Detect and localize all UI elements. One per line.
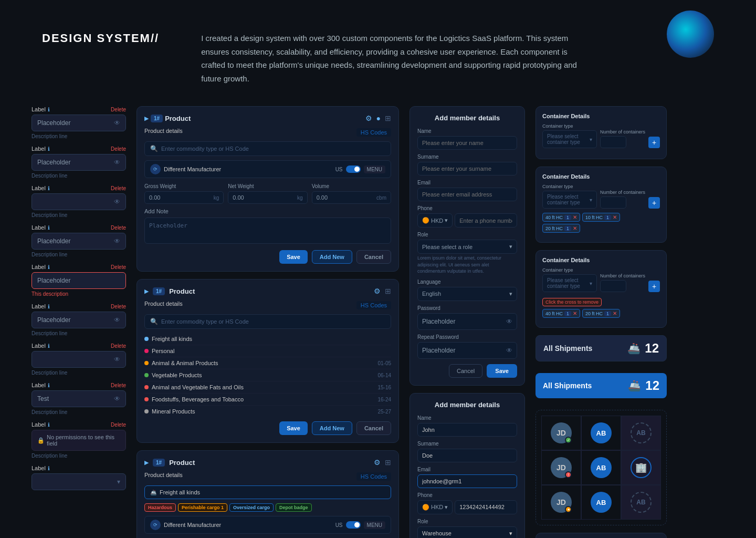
cnum-input-3[interactable] xyxy=(600,280,626,292)
plus-btn-1[interactable]: + xyxy=(648,137,660,148)
gross-weight-input-1[interactable]: 0.00 kg xyxy=(144,191,224,204)
phone-flag-2[interactable]: 🟠 HKD ▾ xyxy=(417,500,453,514)
eye-icon-2[interactable]: 👁 xyxy=(114,159,120,166)
ctype-select-1[interactable]: Please select container type ▾ xyxy=(542,130,597,148)
email-input-2[interactable] xyxy=(417,474,517,488)
eye-icon-7[interactable]: 👁 xyxy=(114,356,120,363)
delete-btn-8[interactable]: Delete xyxy=(111,382,126,388)
commodity-item-4[interactable]: Animal and Vegetable Fats and Oils 15-16 xyxy=(144,381,391,394)
commodity-item-1[interactable]: Personal xyxy=(144,345,391,357)
toggle-switch-1[interactable] xyxy=(346,165,361,173)
delete-btn-2[interactable]: Delete xyxy=(111,146,126,152)
input-field-4[interactable]: Placeholder 👁 xyxy=(32,233,126,250)
eye-icon-1[interactable]: 👁 xyxy=(114,119,120,127)
cnum-input-2[interactable] xyxy=(600,196,626,209)
eye-icon-4[interactable]: 👁 xyxy=(114,237,120,245)
eye-icon-3[interactable]: 👁 xyxy=(114,198,120,205)
expand-icon-1[interactable]: ▶ xyxy=(144,115,149,122)
phone-input-2[interactable] xyxy=(455,500,517,514)
plus-btn-3[interactable]: + xyxy=(648,281,660,292)
ctag-close-1[interactable]: ✕ xyxy=(613,214,617,220)
hs-codes-link-1[interactable]: HS Codes xyxy=(356,128,391,137)
settings-icon-3[interactable]: ⚙ xyxy=(374,458,381,467)
surname-input-1[interactable] xyxy=(417,162,517,175)
role-select-2[interactable]: Warehouse ▾ xyxy=(417,526,517,538)
input-field-1[interactable]: Placeholder 👁 xyxy=(32,115,126,131)
commodity-item-5[interactable]: Foodstuffs, Beverages and Tobacco 16-24 xyxy=(144,394,391,406)
input-field-8[interactable]: Test 👁 xyxy=(32,390,126,407)
phone-flag-1[interactable]: 🟠 HKD ▾ xyxy=(417,213,453,227)
email-input-1[interactable] xyxy=(417,188,517,201)
form-name-1: Name xyxy=(417,128,517,150)
name-input-2[interactable] xyxy=(417,423,517,437)
settings-icon-2[interactable]: ⚙ xyxy=(374,287,381,295)
input-field-6[interactable]: Placeholder 👁 xyxy=(32,312,126,328)
expand-icon-2[interactable]: ▶ xyxy=(144,288,149,295)
shipment-card-1[interactable]: All Shipments 🚢 12 xyxy=(536,335,667,361)
grid-icon-3[interactable]: ⊞ xyxy=(385,458,391,467)
menu-btn-1[interactable]: MENU xyxy=(364,165,385,173)
menu-btn-3[interactable]: MENU xyxy=(364,521,385,529)
input-field-2[interactable]: Placeholder 👁 xyxy=(32,154,126,171)
input-field-7[interactable]: 👁 xyxy=(32,351,126,368)
click-cross-btn[interactable]: Click the cross to remove xyxy=(542,298,602,306)
add-new-btn-1[interactable]: Add New xyxy=(312,250,352,264)
grid-icon-2[interactable]: ⊞ xyxy=(385,287,391,295)
commodity-item-3[interactable]: Vegetable Products 06-14 xyxy=(144,369,391,381)
eye-icon-6[interactable]: 👁 xyxy=(114,316,120,324)
commodity-item-2[interactable]: Animal & Animal Products 01-05 xyxy=(144,357,391,369)
search-placeholder-1[interactable]: Enter commodity type or HS Code xyxy=(161,146,385,152)
delete-btn-7[interactable]: Delete xyxy=(111,343,126,349)
eye-icon-8[interactable]: 👁 xyxy=(114,395,120,402)
delete-btn-9[interactable]: Delete xyxy=(111,422,126,428)
ctag3-close-1[interactable]: ✕ xyxy=(613,311,617,316)
cancel-btn-1[interactable]: Cancel xyxy=(356,250,391,264)
rpass-eye-1[interactable]: 👁 xyxy=(506,347,512,354)
plus-btn-2[interactable]: + xyxy=(648,197,660,209)
save-btn-2[interactable]: Save xyxy=(279,421,308,435)
ctype-select-3[interactable]: Please select container type ▾ xyxy=(542,274,597,292)
shipment-card-2[interactable]: All Shipments 🚢 12 xyxy=(536,373,667,398)
note-textarea-1[interactable]: Placeholder xyxy=(144,218,391,244)
ctag-close-0[interactable]: ✕ xyxy=(573,214,577,220)
add-new-btn-2[interactable]: Add New xyxy=(312,421,352,435)
delete-btn-5[interactable]: Delete xyxy=(111,264,126,270)
settings-icon-1[interactable]: ⚙ xyxy=(365,114,372,122)
hs-codes-link-2[interactable]: HS Codes xyxy=(356,301,391,309)
container-tags-3: 40 ft HC 1 ✕ 20 ft HC 1 ✕ xyxy=(542,309,660,318)
hs-codes-link-3[interactable]: HS Codes xyxy=(356,472,391,481)
member-cancel-1[interactable]: Cancel xyxy=(449,364,482,378)
input-select-10[interactable]: ▾ xyxy=(32,473,126,490)
delete-btn-4[interactable]: Delete xyxy=(111,225,126,231)
ctag3-close-0[interactable]: ✕ xyxy=(573,311,577,316)
ctag-close-2[interactable]: ✕ xyxy=(573,225,577,231)
volume-input-1[interactable]: 0.00 cbm xyxy=(312,191,391,204)
search-placeholder-2[interactable]: Enter commodity type or HS Code xyxy=(161,318,385,325)
ctype-chevron-1: ▾ xyxy=(590,137,592,142)
name-input-1[interactable] xyxy=(417,136,517,150)
cancel-btn-2[interactable]: Cancel xyxy=(356,421,391,435)
commodity-item-0[interactable]: Freight all kinds xyxy=(144,333,391,345)
delete-btn-1[interactable]: Delete xyxy=(111,107,126,112)
dot-icon-1[interactable]: ● xyxy=(376,114,381,122)
lang-select-1[interactable]: English ▾ xyxy=(417,287,517,301)
save-btn-1[interactable]: Save xyxy=(279,250,308,264)
delete-btn-3[interactable]: Delete xyxy=(111,185,126,191)
rpass-input-1[interactable]: Placeholder 👁 xyxy=(417,342,517,359)
input-field-3[interactable]: 👁 xyxy=(32,193,126,210)
role-select-1[interactable]: Please select a role ▾ xyxy=(417,240,517,254)
expand-icon-3[interactable]: ▶ xyxy=(144,459,149,466)
cnum-input-1[interactable] xyxy=(600,136,626,148)
delete-btn-6[interactable]: Delete xyxy=(111,304,126,309)
pass-input-1[interactable]: Placeholder 👁 xyxy=(417,313,517,330)
phone-input-1[interactable] xyxy=(455,213,517,227)
input-field-5[interactable]: Placeholder xyxy=(32,272,126,289)
pass-eye-1[interactable]: 👁 xyxy=(506,318,512,325)
surname-input-2[interactable] xyxy=(417,449,517,462)
net-weight-input-1[interactable]: 0.00 kg xyxy=(228,191,307,204)
commodity-item-6[interactable]: Mineral Products 25-27 xyxy=(144,406,391,417)
toggle-switch-3[interactable] xyxy=(346,521,361,529)
member-save-1[interactable]: Save xyxy=(487,364,517,378)
ctype-select-2[interactable]: Please select container type ▾ xyxy=(542,191,597,209)
grid-icon-1[interactable]: ⊞ xyxy=(385,114,391,122)
